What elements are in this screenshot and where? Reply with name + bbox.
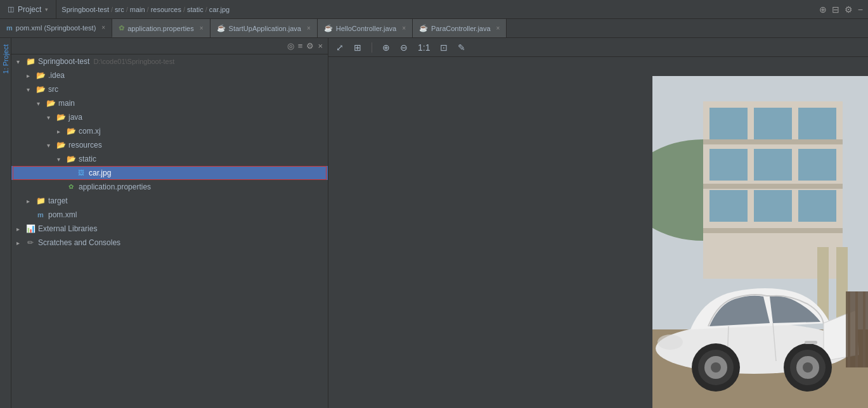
collapse-all-icon[interactable]: ≡ [298,41,303,51]
tab-pom-close[interactable]: × [101,24,105,31]
tree-item-scratches[interactable]: ✏ Scratches and Consoles [11,236,328,250]
tree-item-static[interactable]: 📂 static [11,152,328,166]
pencil-icon[interactable]: ✎ [455,41,468,54]
tree-item-springboot-test[interactable]: 📁 Springboot-test D:\code01\Springboot-t… [11,54,328,68]
tab-hello-close[interactable]: × [402,25,406,32]
project-panel-label[interactable]: 1: Project [2,41,10,77]
tree-item-idea[interactable]: 📂 .idea [11,68,328,82]
tree-item-car-jpg[interactable]: 🖼 car.jpg [11,166,328,180]
arrow-scratches [16,239,25,246]
project-dropdown-icon[interactable]: ▾ [45,6,48,13]
folder-icon-idea: 📂 [36,70,46,80]
svg-rect-4 [709,108,748,139]
svg-rect-34 [855,291,858,367]
car-image-svg: CSDN @浪出@一片天 [652,76,868,408]
expand-icon[interactable]: ⤢ [334,41,346,54]
tree-item-target[interactable]: 📁 target [11,194,328,208]
arrow-src [27,86,36,93]
folder-icon-main: 📂 [46,98,56,108]
svg-rect-11 [754,190,792,222]
tab-para-close[interactable]: × [496,25,500,32]
gear-icon[interactable]: ⚙ [845,4,853,15]
settings-icon[interactable]: ⚙ [306,41,314,51]
label-main: main [58,99,75,108]
tab-app-props-close[interactable]: × [200,25,204,32]
tab-para[interactable]: ☕ ParaController.java × [413,19,507,37]
path-springboot-test: D:\code01\Springboot-test [93,58,174,65]
tab-startup[interactable]: ☕ StartUpApplication.java × [211,19,318,37]
svg-point-29 [803,362,813,373]
fit-ratio-icon[interactable]: 1:1 [415,41,432,54]
zoom-out-icon[interactable]: ⊖ [398,41,410,54]
svg-rect-9 [798,149,836,181]
close-sidebar-icon[interactable]: × [318,41,323,51]
breadcrumb-item-4[interactable]: static [187,6,204,13]
label-static: static [79,155,96,163]
label-resources: resources [68,141,102,150]
image-area: ⤢ ⊞ ⊕ ⊖ 1:1 ⊡ ✎ [328,38,868,408]
tab-app-props[interactable]: ✿ application.properties × [112,19,210,37]
tab-app-props-label: application.properties [127,25,194,32]
breadcrumb-item-2[interactable]: main [130,6,145,13]
svg-rect-7 [709,149,748,181]
label-car-jpg: car.jpg [89,169,111,177]
svg-rect-33 [848,291,850,367]
file-tree-sidebar: ◎ ≡ ⚙ × 📁 Springboot-test D:\code01\Spri… [11,38,328,408]
svg-rect-13 [703,139,843,144]
tree-item-pom-xml[interactable]: m pom.xml [11,208,328,222]
tree-item-src[interactable]: 📂 src [11,82,328,96]
folder-icon-src: 📂 [36,84,46,94]
tree-item-com-xj[interactable]: 📂 com.xj [11,124,328,138]
locate-icon[interactable]: ◎ [287,41,294,51]
tab-startup-close[interactable]: × [307,25,311,32]
breadcrumb-item-3[interactable]: resources [151,6,181,13]
breadcrumb-item-0[interactable]: Springboot-test [62,6,109,13]
sidebar-icons: ◎ ≡ ⚙ × [287,41,323,51]
svg-rect-10 [709,190,748,222]
label-pom-xml: pom.xml [48,210,77,219]
tab-para-label: ParaController.java [431,25,491,32]
image-canvas: CSDN @浪出@一片天 [328,57,868,408]
main-content: 1: Project ◎ ≡ ⚙ × 📁 Springboot-test D:\… [0,38,868,408]
tree-item-main[interactable]: 📂 main [11,96,328,110]
vertical-panel: 1: Project [0,38,11,408]
zoom-in-icon[interactable]: ⊕ [380,41,392,54]
breadcrumb-item-1[interactable]: src [115,6,124,13]
fit-screen-icon[interactable]: ⊡ [437,41,450,54]
startup-icon: ☕ [217,24,226,32]
sidebar-header: ◎ ≡ ⚙ × [11,38,328,54]
minimize-icon[interactable]: − [858,4,863,15]
tab-pom[interactable]: m pom.xml (Springboot-test) × [0,19,112,37]
project-menu[interactable]: ◫ Project ▾ [0,0,56,18]
arrow-ext-libs [16,226,25,233]
ext-lib-icon: 📊 [25,224,36,234]
label-src: src [48,85,58,94]
label-target: target [48,196,68,205]
tree-item-resources[interactable]: 📂 resources [11,138,328,152]
grid-icon[interactable]: ⊞ [351,41,364,54]
svg-rect-14 [703,184,843,189]
svg-point-25 [711,362,721,373]
arrow-idea [27,72,36,79]
label-java: java [68,113,82,122]
globe-icon[interactable]: ⊕ [819,4,827,15]
tree-item-java[interactable]: 📂 java [11,110,328,124]
arrow-springboot-test [16,58,25,65]
folder-icon-static: 📂 [66,154,76,164]
arrow-com-xj [57,128,66,135]
top-header: ◫ Project ▾ Springboot-test / src / main… [0,0,868,19]
label-com-xj: com.xj [79,127,101,136]
folder-icon-root: 📁 [25,56,36,67]
file-icon-jpg: 🖼 [76,168,86,178]
arrow-target [27,198,36,205]
breadcrumb-item-5[interactable]: car.jpg [209,6,230,13]
label-app-props: application.properties [79,182,151,191]
split-icon[interactable]: ⊟ [832,4,839,15]
tab-hello[interactable]: ☕ HelloController.java × [318,19,413,37]
hello-icon: ☕ [324,24,333,32]
tree-item-app-props[interactable]: ✿ application.properties [11,180,328,194]
toolbar-separator-1 [372,42,372,53]
tree-item-ext-libs[interactable]: 📊 External Libraries [11,222,328,236]
label-idea: .idea [48,71,65,80]
arrow-resources [47,142,56,149]
